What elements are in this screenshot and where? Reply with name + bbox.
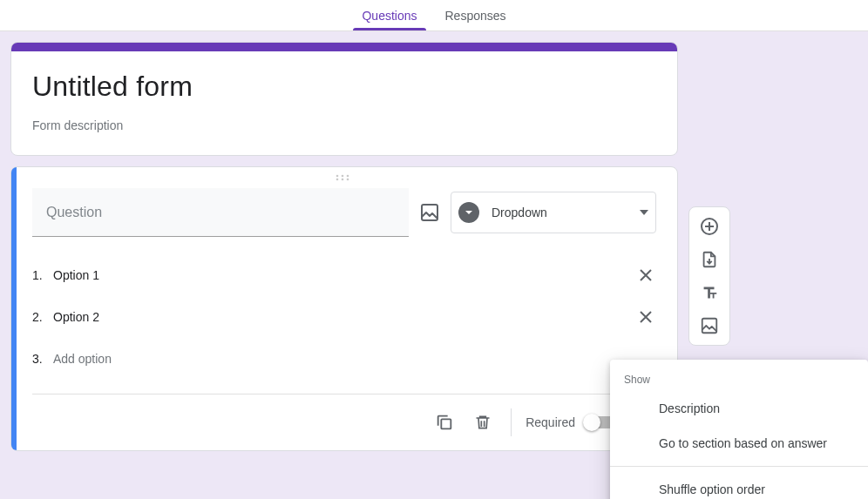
add-image-button[interactable]: [419, 202, 440, 223]
work-area: Untitled form Form description Question …: [0, 31, 868, 499]
image-icon: [419, 202, 440, 223]
option-text[interactable]: Option 2: [53, 310, 635, 324]
add-option-label: Add option: [53, 352, 656, 366]
svg-point-3: [336, 179, 339, 181]
duplicate-icon: [435, 413, 454, 432]
divider: [511, 408, 512, 436]
focus-indicator: [11, 167, 17, 450]
svg-rect-7: [442, 419, 451, 428]
delete-button[interactable]: [465, 405, 500, 440]
option-row: 1. Option 1: [32, 254, 656, 296]
trash-icon: [474, 413, 492, 432]
menu-item-goto-section[interactable]: Go to section based on answer: [610, 426, 868, 461]
question-more-menu: Show Description Go to section based on …: [610, 360, 868, 499]
add-question-button[interactable]: [694, 211, 725, 242]
question-type-select[interactable]: Dropdown: [451, 192, 656, 233]
add-title-button[interactable]: [694, 277, 725, 308]
svg-rect-6: [422, 205, 437, 220]
side-toolbar: [688, 206, 730, 346]
top-tabbar: Questions Responses: [0, 0, 868, 31]
form-header-card: Untitled form Form description: [10, 42, 678, 156]
svg-point-1: [342, 175, 344, 178]
duplicate-button[interactable]: [427, 405, 462, 440]
divider: [610, 466, 868, 467]
option-number: 1.: [32, 268, 53, 282]
svg-point-5: [347, 179, 349, 181]
remove-option-button[interactable]: [635, 265, 656, 286]
option-number: 3.: [32, 352, 53, 366]
svg-point-2: [347, 175, 349, 178]
svg-point-4: [342, 179, 344, 181]
svg-point-0: [336, 175, 339, 178]
header-accent-bar: [11, 43, 677, 51]
close-icon: [638, 309, 654, 325]
drag-handle[interactable]: [11, 167, 677, 188]
required-label: Required: [526, 415, 575, 429]
remove-option-button[interactable]: [635, 307, 656, 327]
form-description[interactable]: Form description: [32, 118, 656, 132]
tab-responses[interactable]: Responses: [442, 9, 510, 30]
question-card: Question Dropdown 1. Option 1: [10, 166, 678, 451]
form-title[interactable]: Untitled form: [32, 71, 656, 103]
image-icon: [700, 316, 719, 335]
text-icon: [700, 283, 719, 302]
question-input[interactable]: Question: [32, 188, 409, 237]
import-questions-button[interactable]: [694, 244, 725, 275]
chevron-down-icon: [640, 210, 648, 215]
option-row: 2. Option 2: [32, 296, 656, 338]
option-number: 2.: [32, 310, 53, 324]
option-text[interactable]: Option 1: [53, 268, 635, 282]
menu-item-description[interactable]: Description: [610, 391, 868, 426]
dropdown-type-icon: [458, 202, 479, 223]
svg-rect-12: [702, 319, 717, 334]
menu-section-header: Show: [610, 367, 868, 391]
add-option-row[interactable]: 3. Add option: [32, 338, 656, 380]
tab-questions[interactable]: Questions: [358, 9, 420, 30]
question-type-label: Dropdown: [492, 206, 547, 219]
drag-handle-icon: [336, 174, 353, 181]
close-icon: [638, 267, 654, 283]
add-image-sidebar-button[interactable]: [694, 310, 725, 341]
import-icon: [700, 250, 719, 269]
plus-circle-icon: [699, 216, 720, 237]
menu-item-shuffle[interactable]: Shuffle option order: [610, 472, 868, 499]
